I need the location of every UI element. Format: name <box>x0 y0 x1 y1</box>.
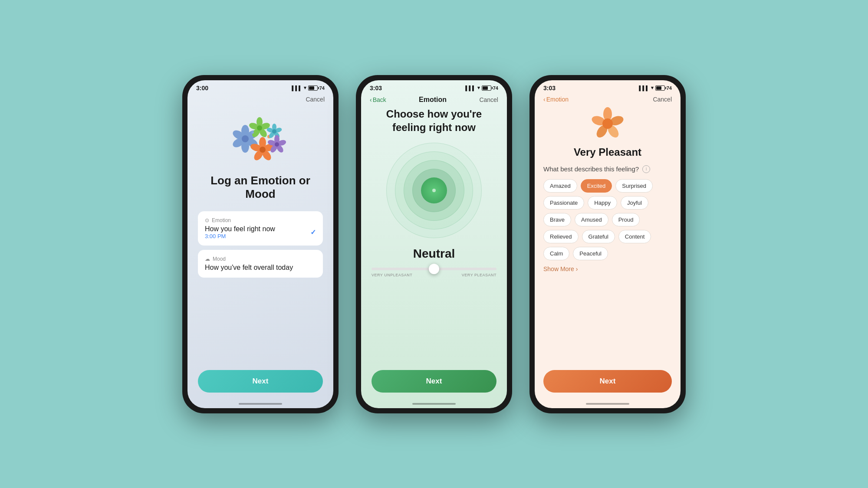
nav-cancel-2[interactable]: Cancel <box>479 96 498 103</box>
tag-content[interactable]: Content <box>618 230 651 243</box>
screen3-body: Very Pleasant What best describes this f… <box>535 106 681 400</box>
home-bar-3 <box>535 400 681 408</box>
emotion-option-card[interactable]: ⊙ Emotion How you feel right now 3:00 PM… <box>198 211 323 246</box>
status-icons-3: ▌▌▌ ▾ 74 <box>639 85 672 91</box>
back-button-2[interactable]: ‹ Back <box>370 96 386 103</box>
flowers-svg <box>226 115 295 167</box>
mood-label: Mood <box>213 256 226 262</box>
slider-track <box>372 268 496 270</box>
svg-point-31 <box>275 142 279 147</box>
status-icons-2: ▌▌▌ ▾ 74 <box>465 85 498 91</box>
tag-happy[interactable]: Happy <box>588 196 617 210</box>
time-1: 3:00 <box>196 85 208 92</box>
tag-proud[interactable]: Proud <box>612 213 640 226</box>
svg-point-25 <box>260 147 266 153</box>
show-more-button[interactable]: Show More › <box>543 265 672 272</box>
battery-pct-3: 74 <box>667 85 672 91</box>
slider-max-label: Very Pleasant <box>462 273 496 277</box>
tag-excited[interactable]: Excited <box>581 179 612 193</box>
slider-thumb[interactable] <box>429 264 439 274</box>
screen-1: 3:00 ▌▌▌ ▾ 74 Back Cancel <box>187 80 333 408</box>
battery-pct-1: 74 <box>319 85 325 91</box>
tag-grateful[interactable]: Grateful <box>582 230 615 243</box>
tag-amused[interactable]: Amused <box>575 213 608 226</box>
phone-3: 3:03 ▌▌▌ ▾ 74 ‹ Emotion Cancel <box>529 75 686 413</box>
circle-dot <box>432 189 436 192</box>
emotion-option-row: How you feel right now 3:00 PM ✓ <box>205 225 316 239</box>
large-flower-svg <box>590 106 625 141</box>
time-2: 3:03 <box>370 85 382 92</box>
battery-icon-3 <box>655 85 665 91</box>
back-label-3: Emotion <box>546 96 569 103</box>
next-button-1[interactable]: Next <box>198 370 323 393</box>
circle-center[interactable] <box>421 177 447 203</box>
signal-icon: ▌▌▌ <box>292 85 302 91</box>
nav-cancel-1[interactable]: Cancel <box>306 96 325 103</box>
screen-3: 3:03 ▌▌▌ ▾ 74 ‹ Emotion Cancel <box>535 80 681 408</box>
next-button-3[interactable]: Next <box>543 370 672 393</box>
screen2-body: Choose how you're feeling right now Neut… <box>361 107 507 400</box>
show-more-chevron: › <box>576 265 578 272</box>
svg-point-12 <box>257 125 262 131</box>
slider-container[interactable]: Very Unpleasant Very Pleasant <box>372 268 496 277</box>
screen-2: 3:03 ▌▌▌ ▾ 74 ‹ Back Emotion Cancel Choo… <box>361 80 507 408</box>
nav-bar-1: Back Cancel <box>187 93 333 106</box>
back-chevron-2: ‹ <box>370 96 372 103</box>
tag-passionate[interactable]: Passionate <box>543 196 584 210</box>
status-icons-1: ▌▌▌ ▾ 74 <box>292 85 325 91</box>
next-button-2[interactable]: Next <box>372 370 496 393</box>
emotion-title-2: Choose how you're feeling right now <box>372 107 496 134</box>
mood-option-card[interactable]: ☁ Mood How you've felt overall today <box>198 250 323 278</box>
tag-amazed[interactable]: Amazed <box>543 179 577 193</box>
phone-1: 3:00 ▌▌▌ ▾ 74 Back Cancel <box>182 75 339 413</box>
home-bar-line-1 <box>239 403 282 405</box>
tag-joyful[interactable]: Joyful <box>621 196 648 210</box>
signal-icon-2: ▌▌▌ <box>465 85 475 91</box>
emotion-option-header: ⊙ Emotion <box>205 217 316 223</box>
flowers-container <box>226 115 295 167</box>
tag-calm[interactable]: Calm <box>543 247 569 260</box>
emotion-icon: ⊙ <box>205 217 209 223</box>
battery-pct-2: 74 <box>493 85 498 91</box>
home-bar-line-3 <box>586 403 629 405</box>
tag-surprised[interactable]: Surprised <box>615 179 653 193</box>
emotion-time: 3:00 PM <box>205 233 275 239</box>
nav-title-2: Emotion <box>419 96 447 104</box>
back-chevron-3: ‹ <box>543 96 546 103</box>
feeling-label: Neutral <box>413 247 455 261</box>
back-label-2: Back <box>373 96 386 103</box>
emotion-description: How you feel right now <box>205 225 275 233</box>
home-bar-2 <box>361 400 507 408</box>
mood-description: How you've felt overall today <box>205 264 316 272</box>
wifi-icon-3: ▾ <box>651 85 654 91</box>
mood-icon: ☁ <box>205 256 210 262</box>
tag-brave[interactable]: Brave <box>543 213 571 226</box>
svg-point-32 <box>251 131 254 134</box>
info-icon[interactable]: i <box>642 165 650 173</box>
nav-bar-3: ‹ Emotion Cancel <box>535 93 681 106</box>
checkmark-icon: ✓ <box>310 228 316 236</box>
back-button-3[interactable]: ‹ Emotion <box>543 96 569 103</box>
nav-cancel-3[interactable]: Cancel <box>653 96 672 103</box>
screen1-body: Log an Emotion or Mood ⊙ Emotion How you… <box>187 106 333 400</box>
tag-relieved[interactable]: Relieved <box>543 230 579 243</box>
wifi-icon-2: ▾ <box>477 85 480 91</box>
battery-icon-2 <box>482 85 491 91</box>
battery-icon-1 <box>308 85 318 91</box>
time-3: 3:03 <box>543 85 556 92</box>
large-flower-icon <box>590 106 625 141</box>
feeling-question: What best describes this feeling? i <box>543 165 672 173</box>
signal-icon-3: ▌▌▌ <box>639 85 649 91</box>
home-bar-line-2 <box>412 403 456 405</box>
question-text: What best describes this feeling? <box>543 165 639 173</box>
tags-container: Amazed Excited Surprised Passionate Happ… <box>543 179 672 260</box>
home-bar-1 <box>187 400 333 408</box>
nav-bar-2: ‹ Back Emotion Cancel <box>361 93 507 107</box>
pleasant-title: Very Pleasant <box>543 146 672 158</box>
status-bar-3: 3:03 ▌▌▌ ▾ 74 <box>535 80 681 93</box>
slider-min-label: Very Unpleasant <box>372 273 412 277</box>
tag-peaceful[interactable]: Peaceful <box>573 247 608 260</box>
emotion-label: Emotion <box>212 217 231 223</box>
svg-point-19 <box>272 129 276 134</box>
circle-viz <box>386 143 482 238</box>
